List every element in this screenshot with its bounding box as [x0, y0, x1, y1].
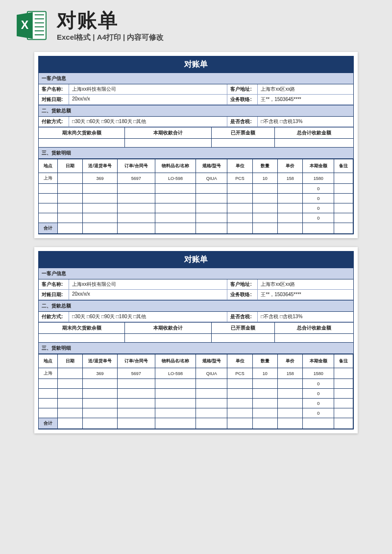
cell-note	[334, 408, 353, 418]
cell-date	[57, 399, 82, 408]
sum-col-received: 本期收款合计	[125, 323, 211, 333]
doc-title: 对账单	[39, 56, 353, 73]
detail-header-row: 地点 日期 送/退货单号 订单/合同号 物料品名/名称 规格/型号 单位 数量 …	[39, 159, 353, 173]
col-note: 备注	[334, 159, 353, 173]
cell-ord	[117, 379, 155, 389]
tax-label: 是否含税:	[227, 312, 258, 322]
sum-val-balance	[39, 139, 125, 147]
cell-mat	[155, 399, 196, 408]
customer-name: 上海xx科技有限公司	[69, 84, 227, 94]
table-row: 上海3695697LO-598QIUAPCS101581580	[39, 173, 353, 184]
statement-sheet-2: 对账单 一客户信息 客户名称: 上海xx科技有限公司 客户地址: 上海市xx区x…	[34, 247, 358, 433]
customer-name-label: 客户名称:	[39, 279, 69, 289]
cell-loc	[39, 389, 57, 399]
detail-table: 地点 日期 送/退货单号 订单/合同号 物料品名/名称 规格/型号 单位 数量 …	[39, 354, 353, 429]
cell-ret	[83, 389, 118, 399]
col-material: 物料品名/名称	[155, 159, 196, 173]
cell-date	[57, 368, 82, 379]
col-qty: 数量	[252, 159, 277, 173]
col-location: 地点	[39, 354, 57, 368]
cell-mat	[155, 203, 196, 213]
sum-col-balance: 期末尚欠货款余额	[39, 323, 125, 333]
cell-note	[334, 203, 353, 213]
detail-body-2: 上海3695697LO-598QIUAPCS1015815800000	[39, 368, 353, 418]
cell-unit	[227, 389, 252, 399]
cell-price	[277, 389, 302, 399]
cell-mat	[155, 213, 196, 223]
cell-loc: 上海	[39, 173, 57, 184]
recon-date-label: 对账日期:	[39, 95, 69, 104]
cell-loc	[39, 399, 57, 408]
col-spec: 规格/型号	[196, 159, 227, 173]
table-row: 0	[39, 203, 353, 213]
cell-price	[277, 408, 302, 418]
sum-col-invoiced: 已开票金额	[212, 127, 275, 138]
cell-loc	[39, 194, 57, 203]
cell-amt: 0	[303, 389, 334, 399]
cell-mat	[155, 389, 196, 399]
cell-loc	[39, 213, 57, 223]
cell-price	[277, 194, 302, 203]
cell-note	[334, 213, 353, 223]
tax-label: 是否含税:	[227, 117, 258, 126]
customer-addr-label: 客户地址:	[227, 84, 258, 94]
cell-spec	[196, 213, 227, 223]
cell-price: 158	[277, 173, 302, 184]
col-material: 物料品名/名称	[155, 354, 196, 368]
cell-amt: 0	[303, 408, 334, 418]
cell-spec	[196, 379, 227, 389]
cell-ord: 5697	[117, 368, 155, 379]
cell-ord	[117, 184, 155, 194]
cell-loc	[39, 184, 57, 194]
total-label: 合计	[39, 418, 57, 429]
pay-method-label: 付款方式:	[39, 312, 69, 322]
section-payment-detail: 三、货款明细	[39, 147, 353, 159]
sum-col-balance: 期末尚欠货款余额	[39, 127, 125, 138]
cell-date	[57, 194, 82, 203]
customer-addr: 上海市xx区xx路	[258, 279, 353, 289]
page-header: X 对账单 Excel格式 | A4打印 | 内容可修改	[0, 0, 392, 48]
cell-price	[277, 203, 302, 213]
recon-date-label: 对账日期:	[39, 290, 69, 300]
cell-note	[334, 379, 353, 389]
cell-amt: 0	[303, 213, 334, 223]
section-payment-total: 二、货款总额	[39, 300, 353, 312]
cell-ord	[117, 408, 155, 418]
cell-ord	[117, 194, 155, 203]
cell-spec	[196, 389, 227, 399]
cell-unit	[227, 184, 252, 194]
cell-qty: 10	[252, 368, 277, 379]
cell-amt: 0	[303, 184, 334, 194]
cell-qty	[252, 194, 277, 203]
pay-method-label: 付款方式:	[39, 117, 69, 126]
cell-note	[334, 368, 353, 379]
pay-method: □30天 □60天 □90天 □180天 □其他	[69, 117, 227, 126]
table-row: 0	[39, 184, 353, 194]
sum-val-invoiced	[212, 334, 275, 342]
sum-col-received: 本期收款合计	[125, 127, 211, 138]
cell-unit	[227, 399, 252, 408]
section-payment-total: 二、货款总额	[39, 105, 353, 117]
col-order-no: 订单/合同号	[117, 159, 155, 173]
cell-date	[57, 184, 82, 194]
cell-loc	[39, 379, 57, 389]
cell-qty	[252, 379, 277, 389]
excel-icon: X	[15, 9, 48, 42]
sum-col-total: 总合计收款金额	[275, 127, 353, 138]
table-row: 0	[39, 399, 353, 408]
cell-note	[334, 184, 353, 194]
cell-ret	[83, 399, 118, 408]
contact-label: 业务联络:	[227, 95, 258, 104]
recon-date: 20xx/x/x	[69, 95, 227, 104]
detail-table: 地点 日期 送/退货单号 订单/合同号 物料品名/名称 规格/型号 单位 数量 …	[39, 159, 353, 234]
col-price: 单价	[277, 354, 302, 368]
cell-qty	[252, 213, 277, 223]
table-row: 0	[39, 389, 353, 399]
contact-label: 业务联络:	[227, 290, 258, 300]
col-price: 单价	[277, 159, 302, 173]
cell-spec	[196, 203, 227, 213]
col-order-no: 订单/合同号	[117, 354, 155, 368]
cell-price: 158	[277, 368, 302, 379]
cell-unit	[227, 408, 252, 418]
cell-qty	[252, 389, 277, 399]
